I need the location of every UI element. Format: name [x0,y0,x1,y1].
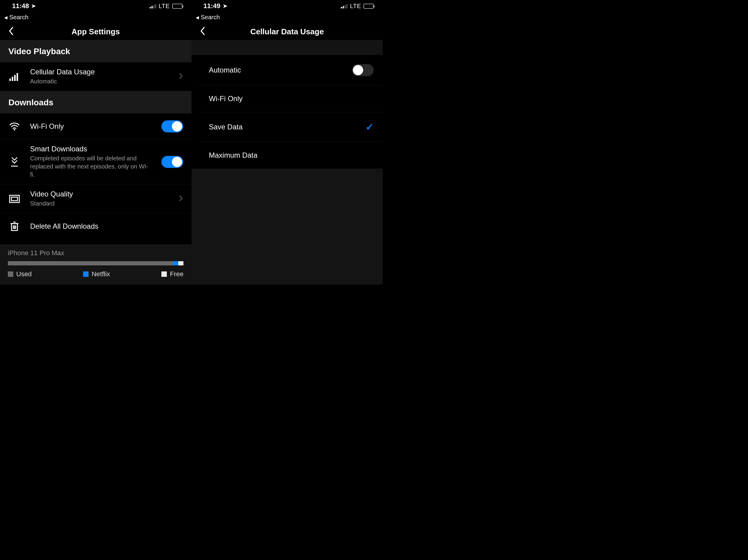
breadcrumb[interactable]: ◀ Search [0,12,191,23]
status-bar: 11:48 ➤ LTE [0,0,191,12]
row-title: Delete All Downloads [30,222,183,230]
signal-icon [341,4,348,8]
chevron-left-icon [200,26,205,35]
option-label: Automatic [209,66,241,74]
network-label: LTE [350,3,361,9]
svg-rect-3 [17,73,18,81]
storage-segment-free [178,261,184,265]
trash-icon [8,221,21,232]
storage-segment-used [8,261,173,265]
status-bar: 11:49 ➤ LTE [191,0,383,12]
back-triangle-icon: ◀ [4,15,7,20]
row-title: Video Quality [30,190,169,198]
page-title: App Settings [72,27,120,36]
section-spacer [191,40,383,55]
storage-bar [8,261,184,265]
location-arrow-icon: ➤ [223,3,227,9]
breadcrumb-label: Search [9,14,28,21]
section-header-downloads: Downloads [0,91,191,114]
row-subtitle: Standard [30,199,169,208]
toggle-wifi-only[interactable] [161,120,183,132]
row-subtitle: Completed episodes will be deleted and r… [30,154,152,179]
row-wifi-only[interactable]: Wi-Fi Only [0,114,191,139]
status-time: 11:49 [204,2,220,10]
network-label: LTE [159,3,170,9]
back-button[interactable] [8,26,14,37]
storage-panel: iPhone 11 Pro Max Used Netflix Free [0,244,191,285]
chevron-right-icon [179,73,183,81]
row-cellular-data-usage[interactable]: Cellular Data Usage Automatic [0,62,191,91]
svg-rect-0 [9,78,11,81]
smart-downloads-icon [8,156,21,167]
option-label: Wi-Fi Only [209,95,243,103]
empty-area [191,169,383,285]
swatch-free [161,271,167,277]
legend-label: Free [170,270,183,278]
toggle-smart-downloads[interactable] [161,156,183,168]
row-title: Cellular Data Usage [30,68,169,76]
row-smart-downloads[interactable]: Smart Downloads Completed episodes will … [0,139,191,185]
row-title: Smart Downloads [30,145,152,153]
storage-segment-netflix [173,261,178,265]
row-title: Wi-Fi Only [30,122,152,130]
svg-rect-2 [14,75,16,81]
option-label: Maximum Data [209,151,257,160]
row-delete-all-downloads[interactable]: Delete All Downloads [0,213,191,239]
chevron-left-icon [8,26,14,35]
swatch-netflix [83,271,89,277]
storage-legend: Used Netflix Free [8,270,184,278]
status-time: 11:48 [12,2,29,10]
option-wifi-only[interactable]: Wi-Fi Only [200,86,383,112]
swatch-used [8,271,13,277]
checkmark-icon: ✓ [366,121,374,133]
option-label: Save Data [209,123,243,131]
back-triangle-icon: ◀ [196,15,199,20]
navbar: Cellular Data Usage [191,23,383,40]
legend-used: Used [8,270,32,278]
legend-free: Free [161,270,183,278]
phone-cellular-data-usage: 11:49 ➤ LTE ◀ Search Cellular Data Usage… [191,0,383,285]
section-header-video-playback: Video Playback [0,40,191,62]
navbar: App Settings [0,23,191,40]
breadcrumb[interactable]: ◀ Search [191,12,383,23]
signal-icon [150,4,156,8]
legend-netflix: Netflix [83,270,110,278]
chevron-right-icon [179,195,183,203]
svg-rect-7 [11,197,18,201]
location-arrow-icon: ➤ [31,3,36,9]
legend-label: Used [16,270,32,278]
video-quality-icon [8,195,21,203]
device-label: iPhone 11 Pro Max [8,249,184,257]
toggle-automatic[interactable] [352,64,374,76]
svg-rect-1 [12,77,13,81]
page-title: Cellular Data Usage [250,27,324,36]
legend-label: Netflix [92,270,110,278]
cellular-bars-icon [8,73,21,81]
option-automatic[interactable]: Automatic [200,55,383,86]
option-save-data[interactable]: Save Data ✓ [200,112,383,142]
row-video-quality[interactable]: Video Quality Standard [0,185,191,213]
row-subtitle: Automatic [30,77,169,86]
option-maximum-data[interactable]: Maximum Data [200,142,383,169]
wifi-icon [8,122,21,130]
back-button[interactable] [200,26,205,37]
svg-point-4 [14,129,15,130]
battery-icon [364,4,374,9]
battery-icon [172,4,183,9]
breadcrumb-label: Search [201,14,220,21]
phone-app-settings: 11:48 ➤ LTE ◀ Search App Settings Video … [0,0,191,285]
